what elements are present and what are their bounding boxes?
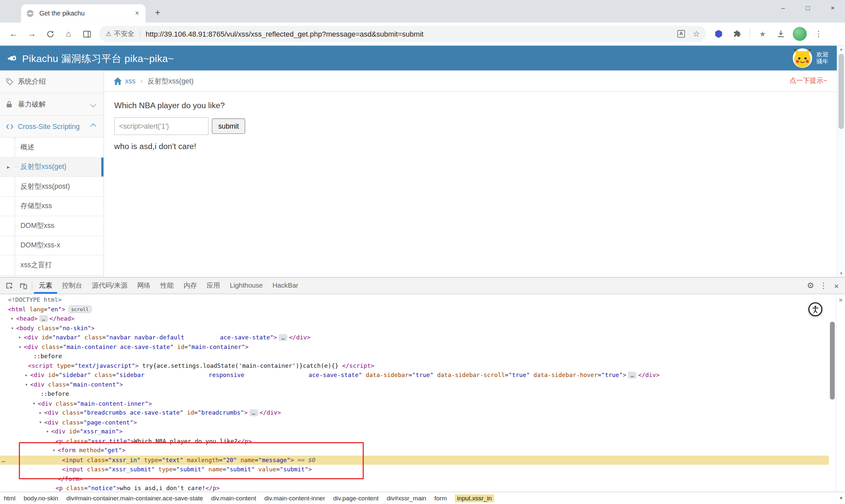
dom-breadcrumb-item[interactable]: div.main-content — [211, 495, 256, 501]
scroll-up-icon[interactable]: ▴ — [838, 47, 845, 52]
devtools-tab[interactable]: 性能 — [156, 277, 179, 293]
dom-tree-row[interactable]: <p class="notice">who is asd,i don't car… — [0, 484, 829, 491]
collapse-arrow-icon[interactable]: ▾ — [44, 427, 51, 437]
scrollbar-thumb[interactable] — [839, 54, 844, 129]
downloads-icon[interactable] — [772, 25, 790, 43]
sidebar-subitem[interactable]: xss之盲打 — [0, 256, 103, 275]
minimize-button[interactable]: – — [771, 0, 795, 17]
sidebar-item-xss[interactable]: Cross-Site Scripting — [0, 116, 103, 138]
dom-tree-row[interactable]: ▾<div class="main-content-inner"> — [0, 399, 829, 408]
collapse-arrow-icon[interactable]: ▾ — [17, 342, 23, 352]
breadcrumb-xss-link[interactable]: xss — [125, 77, 136, 85]
sidebar-subitem[interactable]: 反射型xss(post) — [0, 177, 103, 197]
sidebar-subitem[interactable]: 概述 — [0, 138, 103, 157]
dom-tree-row[interactable]: ▾<div class="main-container ace-save-sta… — [0, 342, 829, 352]
expand-arrow-icon[interactable]: ▸ — [37, 408, 44, 418]
devtools-tab[interactable]: 内存 — [179, 277, 202, 293]
settings-gear-icon[interactable]: ⚙ — [804, 279, 817, 292]
dom-tree-row[interactable]: ▸<div id="navbar" class="navbar navbar-d… — [0, 333, 829, 342]
translate-icon[interactable]: A — [674, 26, 689, 41]
dom-tree-row[interactable]: ▾<body class="no-skin"> — [0, 324, 829, 333]
profile-avatar[interactable] — [793, 27, 807, 41]
elements-scrollbar[interactable] — [829, 294, 836, 491]
dom-breadcrumb-item[interactable]: input.xssr_in — [455, 494, 494, 502]
home-button[interactable]: ⌂ — [59, 25, 78, 43]
address-bar[interactable]: ⚠ 不安全 http://39.106.48.91:8765/vul/xss/x… — [99, 26, 706, 42]
url-text[interactable]: http://39.106.48.91:8765/vul/xss/xss_ref… — [145, 30, 423, 38]
sidebar-subitem[interactable]: 存储型xss — [0, 197, 103, 216]
devtools-tab[interactable]: 元素 — [34, 277, 57, 293]
devtools-tab[interactable]: HackBar — [268, 277, 303, 293]
devtools-tab[interactable]: 应用 — [202, 277, 225, 293]
dom-tree-row[interactable]: <html lang="en">scroll — [0, 305, 829, 314]
extensions-puzzle-icon[interactable] — [728, 25, 746, 43]
accessibility-button[interactable] — [808, 302, 822, 316]
devtools-tab[interactable]: 源代码/来源 — [87, 277, 133, 293]
dom-tree-row[interactable]: </form> — [0, 474, 829, 484]
scroll-down-icon[interactable]: ▾ — [838, 271, 845, 276]
dom-breadcrumb-item[interactable]: form — [434, 495, 447, 501]
dom-tree-row[interactable]: ::before — [0, 352, 829, 361]
collapse-arrow-icon[interactable]: ▾ — [9, 324, 16, 333]
expand-arrow-icon[interactable]: ▸ — [23, 371, 30, 380]
devtools-tab[interactable]: 控制台 — [57, 277, 87, 293]
new-tab-button[interactable]: + — [151, 6, 165, 20]
sidebar-subitem[interactable]: DOM型xss-x — [0, 236, 103, 256]
dom-breadcrumb-item[interactable]: div.main-content-inner — [264, 495, 325, 501]
dom-tree-row[interactable]: ▾<div class="main-content"> — [0, 380, 829, 390]
hint-link[interactable]: 点一下提示~ — [790, 76, 827, 86]
dom-tree-row[interactable]: <input class="xssr_submit" type="submit"… — [0, 465, 829, 474]
extension-star-icon[interactable]: ★ — [753, 25, 772, 43]
browser-menu-icon[interactable]: ⋮ — [809, 25, 828, 43]
expand-arrow-icon[interactable]: ▸ — [17, 333, 23, 342]
devtools-menu-icon[interactable]: ⋮ — [817, 279, 830, 292]
extension-hexagon-icon[interactable] — [715, 30, 723, 38]
dom-breadcrumb-item[interactable]: div#xssr_main — [387, 495, 426, 501]
message-input[interactable] — [114, 117, 209, 135]
collapse-arrow-icon[interactable]: ▾ — [23, 380, 30, 390]
inspect-element-icon[interactable] — [2, 279, 16, 292]
dom-breadcrumb-item[interactable]: div#main-container.main-container.ace-sa… — [66, 495, 203, 501]
collapsed-content-icon[interactable]: … — [249, 409, 258, 416]
crumbs-overflow-icon[interactable]: ▾ — [840, 496, 842, 501]
dom-tree-row[interactable]: ▾<div class="page-content"> — [0, 418, 829, 427]
sidebar-item-bruteforce[interactable]: 暴力破解 — [0, 94, 103, 116]
collapsed-content-icon[interactable]: … — [628, 372, 636, 379]
close-button[interactable]: × — [820, 0, 845, 17]
pikachu-avatar[interactable] — [792, 48, 813, 68]
collapse-arrow-icon[interactable]: ▾ — [37, 418, 44, 427]
bookmark-star-icon[interactable]: ☆ — [689, 26, 704, 41]
home-icon[interactable] — [113, 77, 122, 85]
sidebar-subitem[interactable]: DOM型xss — [0, 216, 103, 236]
dom-tree-row[interactable]: <!DOCTYPE html> — [0, 295, 829, 305]
collapsed-content-icon[interactable]: … — [39, 315, 48, 322]
dom-tree-row[interactable]: ▸<div id="sidebar" class="sidebar respon… — [0, 371, 829, 380]
devtools-tab[interactable]: Lighthouse — [225, 277, 268, 293]
devtools-tab[interactable]: 网络 — [133, 277, 156, 293]
dom-breadcrumb-item[interactable]: html — [4, 495, 15, 501]
dom-tree-row[interactable]: ▸<head>…</head> — [0, 314, 829, 324]
dom-tree-row[interactable]: <script type="text/javascript"> try{ace.… — [0, 361, 829, 371]
collapsed-content-icon[interactable]: … — [279, 334, 287, 341]
dom-tree-row[interactable]: ▸<div class="breadcrumbs ace-save-state"… — [0, 408, 829, 418]
dom-tree-row[interactable]: ▾<div id="xssr_main"> — [0, 427, 829, 437]
dom-tree-row[interactable]: <p class="xssr_title">Which NBA player d… — [0, 436, 829, 446]
dom-tree-row[interactable]: ::before — [0, 390, 829, 399]
security-label[interactable]: 不安全 — [114, 29, 134, 39]
page-scrollbar[interactable]: ▴ ▾ — [837, 46, 845, 277]
device-toolbar-icon[interactable] — [16, 279, 30, 292]
dom-tree-row[interactable]: …<input class="xssr_in" type="text" maxl… — [0, 455, 829, 465]
dom-tree-row[interactable]: ▾<form method="get"> — [0, 446, 829, 455]
devtools-close-icon[interactable]: × — [830, 279, 843, 292]
browser-tab[interactable]: Get the pikachu × — [21, 4, 145, 22]
reload-button[interactable] — [41, 25, 59, 43]
expand-arrow-icon[interactable]: ▸ — [9, 314, 16, 324]
sidebar-subitem[interactable]: ▸反射型xss(get) — [0, 157, 103, 177]
back-button[interactable]: ← — [4, 25, 23, 43]
collapse-arrow-icon[interactable]: ▾ — [51, 446, 57, 455]
maximize-button[interactable]: □ — [795, 0, 820, 17]
forward-button[interactable]: → — [23, 25, 41, 43]
expand-sidebar-icon[interactable]: » — [839, 294, 842, 304]
collapse-arrow-icon[interactable]: ▾ — [31, 399, 37, 408]
sidebar-item-intro[interactable]: 系统介绍 — [0, 71, 103, 94]
